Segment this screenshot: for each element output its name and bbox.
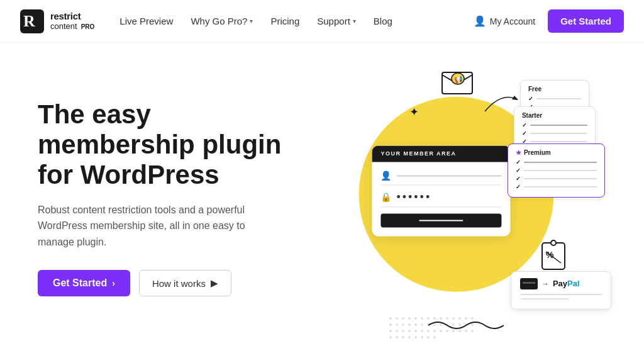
pricing-row: ✓	[516, 159, 597, 165]
person-icon: 👤	[474, 15, 486, 27]
svg-point-26	[389, 323, 392, 326]
svg-text:📢: 📢	[454, 75, 463, 84]
lock-icon: 🔒	[380, 192, 391, 202]
wavy-line-deco	[428, 316, 504, 337]
nav-right: 👤 My Account Get Started	[474, 9, 624, 33]
svg-point-41	[396, 330, 398, 332]
hero-content: The easy membership plugin for WordPress…	[38, 99, 308, 297]
payment-card: → PayPal	[511, 271, 611, 310]
pricing-row: ✓	[516, 167, 597, 174]
svg-point-12	[389, 317, 392, 320]
user-icon: 👤	[380, 171, 391, 181]
svg-point-58	[414, 336, 417, 339]
payment-line-1	[520, 294, 602, 295]
star-icon-1: ✦	[409, 105, 419, 119]
pricing-row: ✓	[528, 96, 581, 102]
svg-point-59	[421, 336, 423, 339]
svg-point-44	[414, 330, 417, 332]
nav-links: Live Preview Why Go Pro? ▾ Pricing Suppo…	[119, 16, 473, 26]
pricing-cards-stack: Free ✓ ✓ Starter ✓ ✓	[514, 80, 605, 186]
login-username-field: 👤	[380, 171, 501, 185]
svg-text:R: R	[23, 12, 35, 30]
pricing-row: ✓	[522, 122, 587, 128]
svg-point-17	[421, 317, 423, 320]
login-card: YOUR MEMBER AREA 👤 🔒 ••••••	[372, 145, 510, 236]
discount-tag-icon: %	[540, 238, 567, 272]
svg-point-7	[551, 240, 556, 245]
payment-methods-row: → PayPal	[520, 278, 602, 289]
navigation: R restrict content PRO Live Preview Why …	[0, 0, 644, 43]
nav-get-started-button[interactable]: Get Started	[548, 9, 624, 33]
pricing-starter-title: Starter	[522, 112, 587, 119]
envelope-icon: 📢	[441, 67, 475, 95]
login-password-field: 🔒 ••••••	[380, 191, 501, 207]
login-card-body: 👤 🔒 ••••••	[372, 162, 510, 236]
svg-rect-11	[523, 282, 535, 284]
pricing-card-premium: ★ Premium ✓ ✓ ✓ ✓	[508, 143, 605, 198]
login-submit-button[interactable]	[380, 213, 501, 227]
pricing-free-title: Free	[528, 86, 581, 92]
pricing-row: ✓	[522, 130, 587, 137]
how-it-works-button[interactable]: How it works ▶	[139, 270, 231, 296]
hero-section: The easy membership plugin for WordPress…	[0, 43, 644, 353]
svg-point-42	[402, 330, 404, 332]
my-account-link[interactable]: 👤 My Account	[474, 15, 535, 27]
login-card-header: YOUR MEMBER AREA	[372, 145, 510, 162]
logo[interactable]: R restrict content PRO	[20, 9, 94, 33]
arrow-icon: →	[541, 279, 549, 288]
hero-title: The easy membership plugin for WordPress	[38, 99, 308, 191]
hero-get-started-button[interactable]: Get Started ›	[38, 270, 130, 296]
svg-point-16	[414, 317, 417, 320]
svg-point-56	[402, 336, 404, 339]
svg-point-45	[421, 330, 423, 332]
pricing-row: ✓	[516, 176, 597, 182]
svg-point-27	[396, 323, 398, 326]
username-line	[396, 175, 501, 176]
svg-point-14	[402, 317, 404, 320]
chevron-down-icon-support: ▾	[353, 18, 356, 25]
arrow-right-icon-outline: ▶	[211, 277, 218, 289]
svg-point-54	[389, 336, 392, 339]
svg-point-40	[389, 330, 392, 332]
nav-link-live-preview[interactable]: Live Preview	[119, 16, 173, 26]
nav-link-pricing[interactable]: Pricing	[270, 16, 299, 26]
hero-illustration: ✦ ★ 📢 YOUR MEMBER AREA 👤	[308, 43, 624, 353]
svg-point-30	[414, 323, 417, 326]
hero-buttons: Get Started › How it works ▶	[38, 270, 308, 296]
arrow-right-icon: ›	[112, 278, 115, 288]
logo-restrict-text: restrict	[50, 11, 94, 22]
nav-link-support[interactable]: Support ▾	[317, 16, 356, 26]
svg-point-29	[408, 323, 411, 326]
svg-point-31	[421, 323, 423, 326]
pricing-row: ✓	[516, 184, 597, 190]
svg-point-15	[408, 317, 411, 320]
payment-line-2	[520, 298, 569, 300]
logo-content-text: content	[50, 22, 77, 31]
logo-pro-text: PRO	[81, 23, 95, 30]
svg-point-43	[408, 330, 411, 332]
svg-point-28	[402, 323, 404, 326]
password-dots: ••••••	[396, 191, 431, 203]
svg-point-55	[396, 336, 398, 339]
svg-point-57	[408, 336, 411, 339]
nav-link-why-go-pro[interactable]: Why Go Pro? ▾	[191, 16, 253, 26]
chevron-down-icon: ▾	[250, 18, 253, 25]
hero-subtitle: Robust content restriction tools and a p…	[38, 202, 270, 250]
pricing-premium-title: ★ Premium	[516, 149, 597, 156]
login-btn-line	[419, 220, 463, 221]
paypal-label: PayPal	[553, 279, 580, 288]
credit-card-icon	[520, 278, 538, 289]
star-icon: ★	[516, 149, 521, 156]
nav-link-blog[interactable]: Blog	[374, 16, 392, 26]
svg-point-13	[396, 317, 398, 320]
